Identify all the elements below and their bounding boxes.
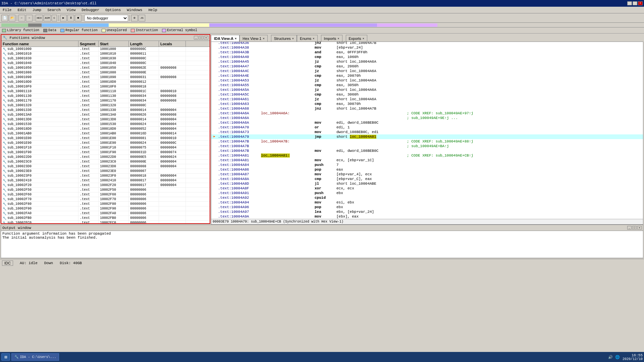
maximize-button[interactable]: □ — [633, 1, 637, 5]
table-row[interactable]: 🔧 sub_10002FA0 .text 10002FA0 00000006 — [1, 211, 210, 216]
table-row[interactable]: 🔧 sub_10001F90 .text 10001F90 0000031D 0… — [1, 150, 210, 155]
output-maximize[interactable]: □ — [632, 226, 637, 230]
tab-structures[interactable]: Structures × — [271, 35, 297, 42]
hex-button[interactable]: HEX — [36, 15, 43, 21]
functions-minimize[interactable]: _ — [194, 36, 198, 40]
config-button[interactable]: ⚙ — [131, 15, 138, 21]
table-row[interactable]: 🔧 sub_10002FC0 .text 10002FC0 00000006 — [1, 221, 210, 223]
table-row[interactable]: 🔧 sub_10001170 .text 10001170 00000034 0… — [1, 99, 210, 103]
table-row[interactable]: 🔧 sub_10002F60 .text 10002F60 00000006 — [1, 192, 210, 197]
menu-search[interactable]: Search — [46, 8, 62, 12]
ida-operands: short loc_10004A6A — [336, 69, 404, 73]
ida-line: .text:10004A4Ecmpeax, 20070h — [211, 73, 643, 78]
table-row[interactable]: 🔧 sub_100023E0 .text 100023E0 00000007 — [1, 169, 210, 174]
table-row[interactable]: 🔧 sub_10002F50 .text 10002F50 00000006 — [1, 188, 210, 192]
tab-structures-close[interactable]: × — [292, 37, 294, 40]
tab-ida-view[interactable]: IDA View-A × — [211, 35, 239, 42]
menu-debugger[interactable]: Debugger — [80, 8, 101, 12]
menu-edit[interactable]: Edit — [16, 8, 28, 12]
close-button[interactable]: × — [638, 1, 643, 5]
tab-exports[interactable]: Exports × — [346, 35, 368, 42]
ida-line: .text:10004A92cpuid — [211, 195, 643, 200]
table-row[interactable]: 🔧 sub_10001040 .text 10001040 0000000C — [1, 61, 210, 66]
stop-button[interactable]: ■ — [75, 15, 82, 21]
table-row[interactable]: 🔧 sub_100013A0 .text 100013A0 00000026 0… — [1, 113, 210, 117]
tab-enums[interactable]: Enums × — [297, 35, 318, 42]
table-row[interactable]: 🔧 sub_10001130 .text 10001130 00000034 0… — [1, 94, 210, 99]
minimize-button[interactable]: ─ — [627, 1, 632, 5]
func-icon: 🔧 — [3, 71, 6, 74]
table-row[interactable]: 🔧 sub_100023F0 .text 100023F0 00000018 0… — [1, 174, 210, 178]
forward-button[interactable]: → — [26, 15, 33, 21]
func-locals: 00000004 — [159, 164, 186, 169]
open-button[interactable]: 📂 — [9, 15, 15, 21]
tab-enums-close[interactable]: × — [313, 37, 314, 40]
ida-comment: ; CODE XREF: sub_100049AE+97↑j — [407, 111, 473, 115]
table-row[interactable]: 🔧 sub_10001E00 .text 10001E00 00000081 0… — [1, 136, 210, 141]
table-row[interactable]: 🔧 sub_100013D0 .text 100013D0 00000014 0… — [1, 117, 210, 122]
ida-mnemonic: or — [315, 125, 336, 129]
table-row[interactable]: 🔧 sub_100022D0 .text 100022D0 000000E5 0… — [1, 155, 210, 160]
ida-operands: dword_108BEB0C, edi — [336, 130, 404, 134]
pause-button[interactable]: ⏸ — [67, 15, 74, 21]
table-row[interactable]: 🔧 sub_10002F80 .text 10002F80 00000006 — [1, 202, 210, 206]
table-row[interactable]: 🔧 sub_10001530 .text 10001530 00000024 0… — [1, 122, 210, 127]
table-row[interactable]: 🔧 sub_10001090 .text 10001090 00000031 0… — [1, 75, 210, 80]
table-row[interactable]: 🔧 sub_10001320 .text 10001320 0000000C — [1, 103, 210, 108]
func-name: sub_10002F90 — [7, 207, 32, 210]
table-row[interactable]: 🔧 sub_10001030 .text 10001030 0000000C — [1, 56, 210, 61]
table-row[interactable]: 🔧 sub_10001AB0 .text 10001AB0 0000016D 0… — [1, 131, 210, 136]
table-row[interactable]: 🔧 sub_10002FB0 .text 10002FB0 00000006 — [1, 216, 210, 221]
menu-windows[interactable]: Windows — [125, 8, 144, 12]
menu-view[interactable]: View — [65, 8, 77, 12]
c-button[interactable]: C — [52, 15, 57, 21]
output-minimize[interactable]: _ — [627, 226, 632, 230]
table-row[interactable]: 🔧 sub_100023C0 .text 100023C0 0000000E 0… — [1, 160, 210, 164]
func-locals — [159, 103, 186, 108]
tab-hex-view[interactable]: Hex View-1 × — [239, 35, 267, 42]
table-row[interactable]: 🔧 sub_100010D0 .text 100010D0 00000012 — [1, 80, 210, 84]
table-row[interactable]: 🔧 sub_10002F70 .text 10002F70 00000006 — [1, 197, 210, 202]
tab-imports-close[interactable]: × — [337, 37, 339, 40]
table-row[interactable]: 🔧 sub_10002F20 .text 10002F20 00000017 0… — [1, 183, 210, 188]
table-row[interactable]: 🔧 sub_10001050 .text 10001050 0000002E 0… — [1, 66, 210, 70]
ida-view[interactable]: .text:10004A2Boreax, edi.text:10004A2Dor… — [211, 42, 643, 225]
table-row[interactable]: 🔧 sub_100010F0 .text 100010F0 00000018 — [1, 84, 210, 89]
table-row[interactable]: 🔧 sub_10001330 .text 10001330 00000014 0… — [1, 108, 210, 113]
start-button[interactable]: ⊞ — [1, 353, 10, 361]
script-button[interactable]: JS — [139, 15, 145, 21]
table-row[interactable]: 🔧 sub_10002F90 .text 10002F90 00000006 — [1, 206, 210, 211]
taskbar-ida[interactable]: 🔧 IDA - C:\Users\... — [11, 353, 59, 361]
table-row[interactable]: 🔧 sub_10001E90 .text 10001E90 00000024 0… — [1, 141, 210, 145]
table-row[interactable]: 🔧 sub_10001010 .text 10001010 00000011 — [1, 52, 210, 56]
new-button[interactable]: 📄 — [1, 15, 8, 21]
functions-list[interactable]: 🔧 sub_10001000 .text 10001000 0000000C 🔧… — [1, 47, 210, 223]
asm-button[interactable]: ASM — [44, 15, 51, 21]
idc-button[interactable]: IDC — [2, 260, 13, 266]
debugger-dropdown[interactable]: No debugger — [85, 15, 128, 21]
back-button[interactable]: ← — [18, 15, 25, 21]
functions-title-text: 🔧 Functions window — [3, 36, 45, 40]
ida-operands: [ebx], eax — [336, 215, 404, 219]
functions-close[interactable]: × — [204, 36, 208, 40]
table-row[interactable]: 🔧 sub_10002410 .text 10002410 00000017 0… — [1, 178, 210, 183]
play-button[interactable]: ▶ — [60, 15, 67, 21]
menu-help[interactable]: Help — [147, 8, 158, 12]
tab-ida-view-close[interactable]: × — [235, 37, 236, 40]
menu-jump[interactable]: Jump — [31, 8, 43, 12]
functions-maximize[interactable]: □ — [199, 36, 203, 40]
menu-file[interactable]: File — [1, 8, 13, 12]
tab-exports-close[interactable]: × — [363, 37, 364, 40]
menu-options[interactable]: Options — [104, 8, 122, 12]
func-start: 10002FC0 — [99, 221, 129, 223]
table-row[interactable]: 🔧 sub_10001110 .text 10001110 0000001C 0… — [1, 89, 210, 94]
func-name: sub_10001110 — [7, 89, 32, 93]
output-close[interactable]: × — [637, 226, 642, 230]
table-row[interactable]: 🔧 sub_10001000 .text 10001000 0000000C — [1, 47, 210, 52]
table-row[interactable]: 🔧 sub_100023D0 .text 100023D0 00000008 0… — [1, 164, 210, 169]
table-row[interactable]: 🔧 sub_10001F10 .text 10001F10 00000075 0… — [1, 145, 210, 150]
tab-hex-view-close[interactable]: × — [263, 37, 264, 40]
table-row[interactable]: 🔧 sub_10001080 .text 10001080 0000000E — [1, 70, 210, 75]
tab-imports[interactable]: Imports × — [321, 35, 342, 42]
table-row[interactable]: 🔧 sub_100018D0 .text 100018D0 00000052 0… — [1, 127, 210, 131]
